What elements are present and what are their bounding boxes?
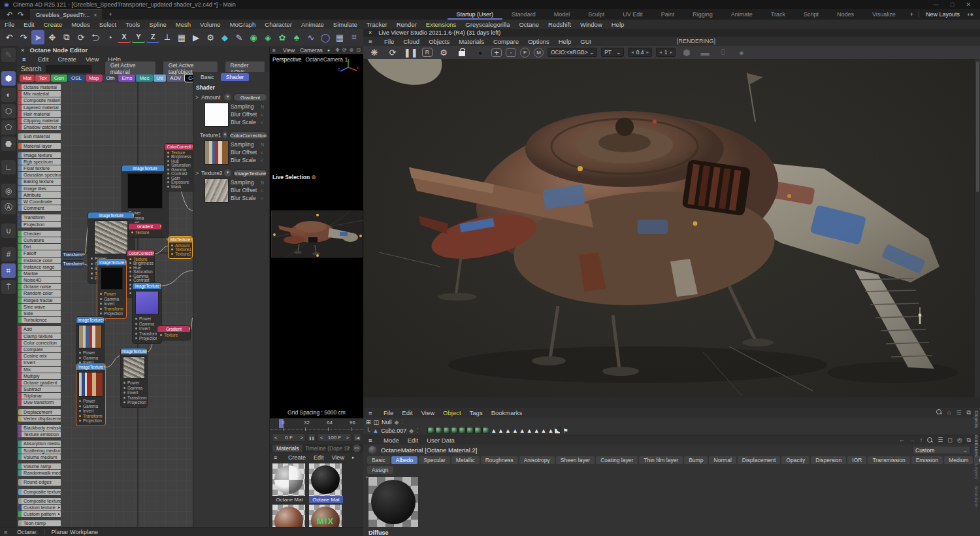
viewport-menu-view[interactable]: View (283, 47, 295, 54)
new-layouts-button[interactable]: New Layouts (919, 11, 966, 18)
render-view[interactable]: MainRefRefrShdw Rendering:37%Ms/sec:52.6… (363, 59, 974, 397)
undo-icon[interactable]: ↶ (7, 10, 12, 19)
node-type-ridged-fractal[interactable]: Ridged fractal (18, 297, 61, 303)
preset-dropdown[interactable]: Custom⌄ (912, 446, 971, 454)
shader-tab-basic[interactable]: Basic (195, 73, 220, 81)
node-editor-menu-view[interactable]: View (86, 56, 99, 63)
node-type-mix[interactable]: Mix (18, 367, 61, 373)
node-type-image-texture[interactable]: Image texture (18, 152, 61, 158)
menu-simulate[interactable]: Simulate (329, 21, 362, 28)
lv-menu-gui[interactable]: GUI (580, 38, 591, 45)
node-type-instance-range[interactable]: Instance range (18, 264, 61, 270)
orbit-icon[interactable]: ⟳ (342, 47, 347, 53)
category-chip-map[interactable]: Map (86, 75, 103, 82)
node-type-hair-material[interactable]: Hair material (18, 111, 61, 117)
channel-tab-anisotropy[interactable]: Anisotropy (519, 456, 555, 464)
focus-picker-icon[interactable]: F (520, 48, 530, 58)
node-type-composite-materi-[interactable]: Composite materi. (18, 97, 61, 103)
node-port-gamma[interactable]: Gamma (123, 386, 147, 391)
popout-icon[interactable]: ⧉ (967, 409, 971, 416)
layout-tab-startup-user-[interactable]: Startup (User) (448, 9, 503, 20)
layout-tab-nodes[interactable]: Nodes (828, 9, 863, 20)
simulate-icon[interactable]: ✿ (276, 30, 289, 44)
slot-type-button[interactable]: ImageTexture (233, 169, 267, 177)
material-picker-icon[interactable]: M (534, 48, 544, 58)
dock-tab-attributes[interactable]: Attributes (973, 435, 979, 457)
node-output-port[interactable] (82, 253, 84, 256)
category-chip-mec[interactable]: Mec (136, 75, 152, 82)
menu-tools[interactable]: Tools (121, 21, 144, 28)
graph-node-colorcorrecti-1[interactable]: ColorCorrectiTextureBrightnessHueSaturat… (164, 143, 194, 192)
node-type-cosine-mix[interactable]: Cosine mix (18, 353, 61, 359)
hamburger-icon[interactable]: ≡ (272, 47, 278, 54)
lv-menu-file[interactable]: File (384, 38, 394, 45)
maximize-button[interactable]: □ (951, 1, 954, 8)
render-queue-icon[interactable]: ⚙ (204, 30, 217, 44)
c4d-viewport[interactable]: ≡ View Cameras ▸ ✥ ⟳ ⊕ ⊡ Perspective Oct… (269, 46, 363, 418)
node-type-toon-ramp[interactable]: Toon ramp (18, 520, 61, 526)
node-type-add[interactable]: Add (18, 326, 61, 332)
axis-x[interactable]: X (118, 31, 131, 43)
node-type-transform[interactable]: Transform (18, 214, 61, 220)
workplane-icon[interactable]: ⌗ (1, 263, 16, 278)
triangle-tag[interactable]: ▲ (519, 427, 525, 434)
lv-menu-cloud[interactable]: Cloud (403, 38, 419, 45)
graph-node-transform-5[interactable]: Transform (61, 251, 84, 258)
channel-tab-metallic[interactable]: Metallic (451, 456, 480, 464)
am-menu-mode[interactable]: Mode (384, 437, 399, 444)
node-type-shadow-catcher-m[interactable]: Shadow catcher m (18, 124, 61, 130)
kernel-dropdown[interactable]: PT ⌄ (601, 48, 624, 57)
layout-tab-sculpt[interactable]: Sculpt (579, 9, 613, 20)
auto-switch-icon[interactable]: Ⓐ (1, 200, 16, 214)
material-item-0[interactable]: Octane Mat (272, 463, 306, 503)
triangle-tag[interactable]: ▲ (527, 427, 532, 434)
slot-thumbnail[interactable] (204, 103, 229, 127)
menu-spline[interactable]: Spline (144, 21, 171, 28)
om-menu-bookmarks[interactable]: Bookmarks (491, 409, 523, 416)
fields-icon[interactable]: ∿ (304, 30, 318, 44)
triangle-tag[interactable]: ▲ (548, 427, 554, 434)
node-type-displacement[interactable]: Displacement (18, 409, 61, 415)
category-chip-oth[interactable]: Oth (103, 75, 118, 82)
lv-menu-compare[interactable]: Compare (493, 38, 519, 45)
coord-system-icon[interactable]: ⟂ (161, 30, 174, 44)
node-type-vertex-displaceme[interactable]: Vertex displaceme (18, 416, 61, 422)
shader-tab-shader[interactable]: Shader (221, 73, 249, 81)
node-type-comment[interactable]: Comment (18, 205, 61, 211)
lv-menu-objects[interactable]: Objects (429, 38, 449, 45)
node-port-gamma[interactable]: Gamma (79, 404, 105, 409)
magnet-icon[interactable]: ∪ (1, 224, 16, 238)
triangle-tag[interactable]: ▲ (541, 427, 547, 434)
search-input[interactable] (46, 65, 91, 73)
back-arrow-icon[interactable]: ← (899, 437, 905, 443)
clay-sphere-icon[interactable]: ● (473, 45, 487, 59)
node-type-scattering-mediun[interactable]: Scattering mediun (18, 448, 61, 454)
node-editor-menu-create[interactable]: Create (57, 56, 76, 63)
node-type-randomwalk-med[interactable]: Randomwalk med (18, 470, 61, 476)
minimize-button[interactable]: — (933, 1, 939, 8)
node-type-volume-medium[interactable]: Volume medium (18, 454, 61, 460)
node-port-projection[interactable]: Projection (79, 418, 105, 424)
node-type-curvature[interactable]: Curvature (18, 237, 61, 243)
node-type-octane-material[interactable]: Octane material (18, 84, 61, 90)
material-preview[interactable] (368, 477, 418, 527)
spline-pen-icon[interactable]: ✎ (233, 30, 246, 44)
move-icon[interactable]: ✥ (46, 30, 59, 44)
render-view-scrollbar[interactable] (974, 59, 980, 397)
render-view-icon[interactable]: ▦ (175, 30, 188, 44)
popout-icon[interactable]: ⧉ (967, 437, 971, 444)
am-menu-edit[interactable]: Edit (408, 437, 418, 444)
slot-prop-blur-scale[interactable]: Blur Scale< (231, 156, 267, 164)
materials-tab-materials[interactable]: Materials (272, 444, 302, 452)
node-output-port[interactable] (133, 214, 134, 216)
menu-animate[interactable]: Animate (297, 21, 329, 28)
node-editor-menu-edit[interactable]: Edit (38, 56, 48, 63)
scale-icon[interactable]: ⧉ (60, 30, 73, 44)
lock-resolution-icon[interactable] (455, 45, 469, 59)
slot-type-button[interactable]: ColorCorrection (229, 131, 267, 139)
region-render-icon[interactable]: R (422, 48, 433, 57)
lv-menu-options[interactable]: Options (528, 38, 549, 45)
channel-tab-dispersion[interactable]: Dispersion (811, 456, 846, 464)
node-type-octane-gradient[interactable]: Octane gradient (18, 380, 61, 386)
node-editor-close-icon[interactable]: × (21, 46, 25, 54)
